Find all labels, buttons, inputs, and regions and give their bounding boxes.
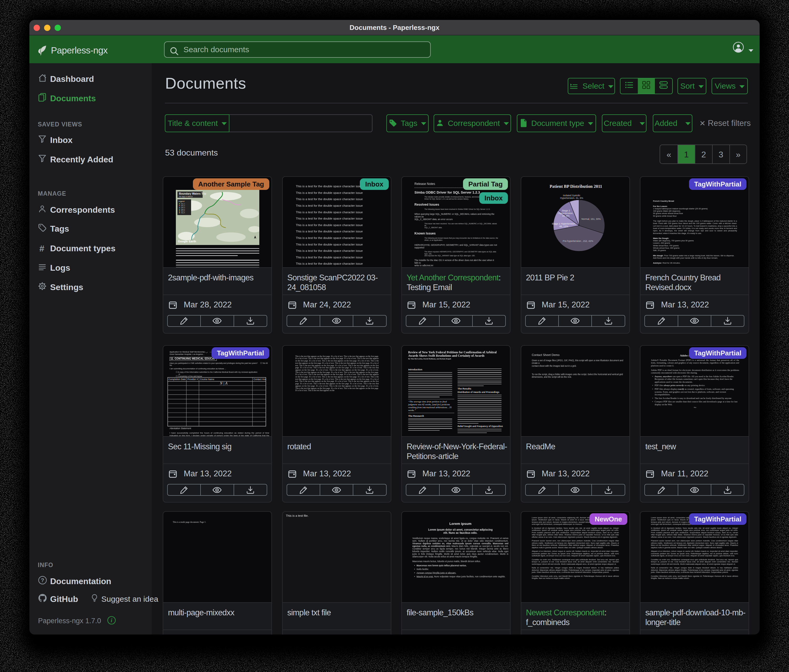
svg-text:Stage 2: Stage 2 bbox=[562, 209, 570, 212]
svg-text:Normal, 151, 30%: Normal, 151, 30% bbox=[581, 218, 601, 220]
svg-text:Provider #: Provider # bbox=[187, 378, 198, 381]
svg-text:Day 1: Day 1 bbox=[181, 203, 185, 205]
svg-text:Legend: Legend bbox=[179, 201, 185, 202]
svg-text:Isolated Systolic: Isolated Systolic bbox=[563, 194, 581, 197]
svg-text:Patient BP Distribution 2011: Patient BP Distribution 2011 bbox=[549, 184, 602, 189]
svg-text:Boundary Waters Trip: Boundary Waters Trip bbox=[179, 192, 206, 195]
svg-text:Course Name: Course Name bbox=[200, 378, 214, 381]
svg-text:Hypertension, 31, 6%: Hypertension, 31, 6% bbox=[560, 197, 583, 199]
svg-text:Hypertension,: Hypertension, bbox=[558, 212, 573, 215]
svg-text:Day 6: Day 6 bbox=[181, 212, 185, 213]
svg-text:44, 9%: 44, 9% bbox=[562, 215, 570, 217]
svg-text:Completion Date: Completion Date bbox=[169, 378, 186, 381]
svg-text:Pre-hypertension , 212, 42%: Pre-hypertension , 212, 42% bbox=[563, 240, 593, 242]
svg-text:Day 5: Day 5 bbox=[181, 210, 185, 212]
svg-text:Google Earth: Google Earth bbox=[178, 240, 196, 243]
svg-text:N | A: N | A bbox=[220, 381, 228, 385]
svg-text:Contact Hours: Contact Hours bbox=[254, 378, 266, 381]
svg-text:Day 4: Day 4 bbox=[181, 208, 185, 210]
svg-text:Day 2: Day 2 bbox=[181, 205, 185, 206]
svg-text:Stage 1 Hypertension,: Stage 1 Hypertension, bbox=[552, 223, 576, 225]
svg-text:Day 3: Day 3 bbox=[181, 206, 185, 208]
svg-text:Six days in BWCA: Six days in BWCA bbox=[179, 196, 193, 198]
svg-text:65, 13%: 65, 13% bbox=[559, 225, 568, 228]
